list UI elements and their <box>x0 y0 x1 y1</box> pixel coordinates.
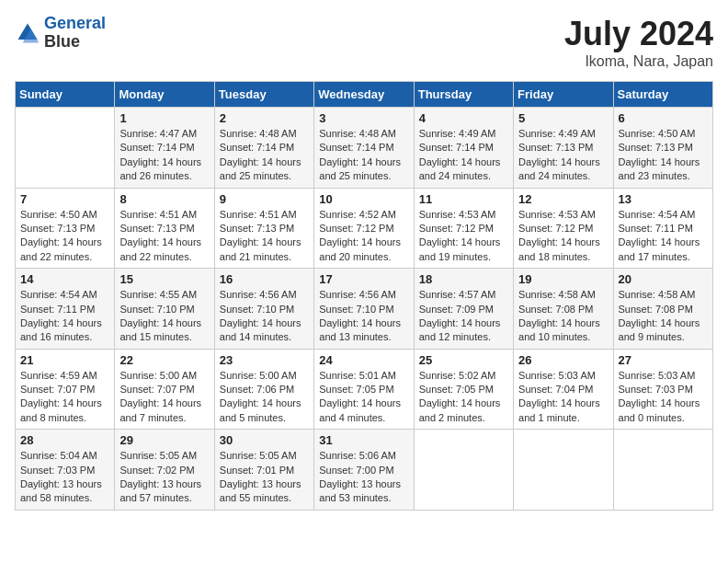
calendar-cell: 16Sunrise: 4:56 AMSunset: 7:10 PMDayligh… <box>214 269 313 350</box>
calendar-table: SundayMondayTuesdayWednesdayThursdayFrid… <box>15 81 713 511</box>
cell-info: Sunrise: 4:56 AMSunset: 7:10 PMDaylight:… <box>319 288 408 345</box>
cell-info: Sunrise: 4:57 AMSunset: 7:09 PMDaylight:… <box>419 288 508 345</box>
calendar-cell: 9Sunrise: 4:51 AMSunset: 7:13 PMDaylight… <box>214 188 313 269</box>
calendar-cell <box>514 430 613 511</box>
day-number: 16 <box>220 272 309 286</box>
day-number: 23 <box>220 353 309 367</box>
day-number: 19 <box>518 272 608 286</box>
cell-info: Sunrise: 4:47 AMSunset: 7:14 PMDaylight:… <box>119 127 209 184</box>
calendar-cell: 27Sunrise: 5:03 AMSunset: 7:03 PMDayligh… <box>613 349 712 430</box>
day-number: 1 <box>119 111 209 125</box>
calendar-cell: 10Sunrise: 4:52 AMSunset: 7:12 PMDayligh… <box>314 188 414 269</box>
day-number: 9 <box>220 192 309 206</box>
calendar-cell: 31Sunrise: 5:06 AMSunset: 7:00 PMDayligh… <box>314 430 414 511</box>
cell-info: Sunrise: 5:05 AMSunset: 7:02 PMDaylight:… <box>119 449 209 506</box>
day-number: 28 <box>20 433 109 447</box>
cell-info: Sunrise: 4:49 AMSunset: 7:14 PMDaylight:… <box>419 127 508 184</box>
day-number: 17 <box>319 272 408 286</box>
calendar-cell: 15Sunrise: 4:55 AMSunset: 7:10 PMDayligh… <box>115 269 214 350</box>
cell-info: Sunrise: 4:59 AMSunset: 7:07 PMDaylight:… <box>20 369 109 426</box>
header-row: SundayMondayTuesdayWednesdayThursdayFrid… <box>16 82 713 108</box>
day-number: 26 <box>518 353 608 367</box>
cell-info: Sunrise: 4:56 AMSunset: 7:10 PMDaylight:… <box>220 288 309 345</box>
day-number: 30 <box>220 433 309 447</box>
day-number: 4 <box>419 111 508 125</box>
calendar-cell: 24Sunrise: 5:01 AMSunset: 7:05 PMDayligh… <box>314 349 414 430</box>
day-header: Saturday <box>613 82 712 108</box>
calendar-week-row: 1Sunrise: 4:47 AMSunset: 7:14 PMDaylight… <box>16 108 713 189</box>
cell-info: Sunrise: 5:02 AMSunset: 7:05 PMDaylight:… <box>419 369 508 426</box>
calendar-week-row: 21Sunrise: 4:59 AMSunset: 7:07 PMDayligh… <box>16 349 713 430</box>
page-header: General Blue July 2024 Ikoma, Nara, Japa… <box>15 15 713 70</box>
calendar-week-row: 7Sunrise: 4:50 AMSunset: 7:13 PMDaylight… <box>16 188 713 269</box>
calendar-cell: 3Sunrise: 4:48 AMSunset: 7:14 PMDaylight… <box>314 108 414 189</box>
cell-info: Sunrise: 4:49 AMSunset: 7:13 PMDaylight:… <box>518 127 608 184</box>
cell-info: Sunrise: 4:53 AMSunset: 7:12 PMDaylight:… <box>419 208 508 265</box>
calendar-cell: 21Sunrise: 4:59 AMSunset: 7:07 PMDayligh… <box>16 349 115 430</box>
day-number: 29 <box>119 433 209 447</box>
day-number: 3 <box>319 111 408 125</box>
cell-info: Sunrise: 4:48 AMSunset: 7:14 PMDaylight:… <box>220 127 309 184</box>
calendar-cell: 14Sunrise: 4:54 AMSunset: 7:11 PMDayligh… <box>16 269 115 350</box>
day-number: 31 <box>319 433 408 447</box>
cell-info: Sunrise: 4:52 AMSunset: 7:12 PMDaylight:… <box>319 208 408 265</box>
day-number: 12 <box>518 192 608 206</box>
cell-info: Sunrise: 4:51 AMSunset: 7:13 PMDaylight:… <box>119 208 209 265</box>
calendar-cell: 20Sunrise: 4:58 AMSunset: 7:08 PMDayligh… <box>613 269 712 350</box>
cell-info: Sunrise: 4:53 AMSunset: 7:12 PMDaylight:… <box>518 208 608 265</box>
day-number: 10 <box>319 192 408 206</box>
calendar-cell <box>16 108 115 189</box>
calendar-cell: 30Sunrise: 5:05 AMSunset: 7:01 PMDayligh… <box>214 430 313 511</box>
cell-info: Sunrise: 4:48 AMSunset: 7:14 PMDaylight:… <box>319 127 408 184</box>
cell-info: Sunrise: 5:04 AMSunset: 7:03 PMDaylight:… <box>20 449 109 506</box>
calendar-week-row: 14Sunrise: 4:54 AMSunset: 7:11 PMDayligh… <box>16 269 713 350</box>
title-block: July 2024 Ikoma, Nara, Japan <box>564 15 713 70</box>
day-header: Sunday <box>16 82 115 108</box>
day-header: Thursday <box>414 82 513 108</box>
day-number: 15 <box>119 272 209 286</box>
cell-info: Sunrise: 4:58 AMSunset: 7:08 PMDaylight:… <box>518 288 608 345</box>
day-number: 25 <box>419 353 508 367</box>
cell-info: Sunrise: 4:55 AMSunset: 7:10 PMDaylight:… <box>119 288 209 345</box>
day-header: Tuesday <box>214 82 313 108</box>
calendar-cell: 25Sunrise: 5:02 AMSunset: 7:05 PMDayligh… <box>414 349 513 430</box>
cell-info: Sunrise: 4:51 AMSunset: 7:13 PMDaylight:… <box>220 208 309 265</box>
day-number: 24 <box>319 353 408 367</box>
calendar-cell <box>613 430 712 511</box>
day-header: Friday <box>514 82 613 108</box>
day-number: 20 <box>619 272 708 286</box>
subtitle: Ikoma, Nara, Japan <box>564 53 713 70</box>
cell-info: Sunrise: 4:50 AMSunset: 7:13 PMDaylight:… <box>619 127 708 184</box>
cell-info: Sunrise: 5:03 AMSunset: 7:04 PMDaylight:… <box>518 369 608 426</box>
cell-info: Sunrise: 5:00 AMSunset: 7:06 PMDaylight:… <box>220 369 309 426</box>
calendar-cell: 26Sunrise: 5:03 AMSunset: 7:04 PMDayligh… <box>514 349 613 430</box>
calendar-cell: 13Sunrise: 4:54 AMSunset: 7:11 PMDayligh… <box>613 188 712 269</box>
calendar-cell: 12Sunrise: 4:53 AMSunset: 7:12 PMDayligh… <box>514 188 613 269</box>
calendar-cell: 5Sunrise: 4:49 AMSunset: 7:13 PMDaylight… <box>514 108 613 189</box>
cell-info: Sunrise: 4:54 AMSunset: 7:11 PMDaylight:… <box>20 288 109 345</box>
logo: General Blue <box>15 15 106 52</box>
calendar-cell <box>414 430 513 511</box>
day-header: Monday <box>115 82 214 108</box>
calendar-cell: 29Sunrise: 5:05 AMSunset: 7:02 PMDayligh… <box>115 430 214 511</box>
cell-info: Sunrise: 5:05 AMSunset: 7:01 PMDaylight:… <box>220 449 309 506</box>
day-number: 2 <box>220 111 309 125</box>
logo-icon <box>15 20 40 46</box>
day-number: 22 <box>119 353 209 367</box>
cell-info: Sunrise: 4:58 AMSunset: 7:08 PMDaylight:… <box>619 288 708 345</box>
calendar-cell: 7Sunrise: 4:50 AMSunset: 7:13 PMDaylight… <box>16 188 115 269</box>
cell-info: Sunrise: 4:50 AMSunset: 7:13 PMDaylight:… <box>20 208 109 265</box>
day-number: 11 <box>419 192 508 206</box>
calendar-cell: 23Sunrise: 5:00 AMSunset: 7:06 PMDayligh… <box>214 349 313 430</box>
cell-info: Sunrise: 5:03 AMSunset: 7:03 PMDaylight:… <box>619 369 708 426</box>
calendar-cell: 8Sunrise: 4:51 AMSunset: 7:13 PMDaylight… <box>115 188 214 269</box>
calendar-cell: 6Sunrise: 4:50 AMSunset: 7:13 PMDaylight… <box>613 108 712 189</box>
calendar-cell: 22Sunrise: 5:00 AMSunset: 7:07 PMDayligh… <box>115 349 214 430</box>
calendar-cell: 17Sunrise: 4:56 AMSunset: 7:10 PMDayligh… <box>314 269 414 350</box>
day-number: 13 <box>619 192 708 206</box>
cell-info: Sunrise: 5:01 AMSunset: 7:05 PMDaylight:… <box>319 369 408 426</box>
calendar-cell: 18Sunrise: 4:57 AMSunset: 7:09 PMDayligh… <box>414 269 513 350</box>
day-number: 18 <box>419 272 508 286</box>
day-number: 27 <box>619 353 708 367</box>
calendar-week-row: 28Sunrise: 5:04 AMSunset: 7:03 PMDayligh… <box>16 430 713 511</box>
